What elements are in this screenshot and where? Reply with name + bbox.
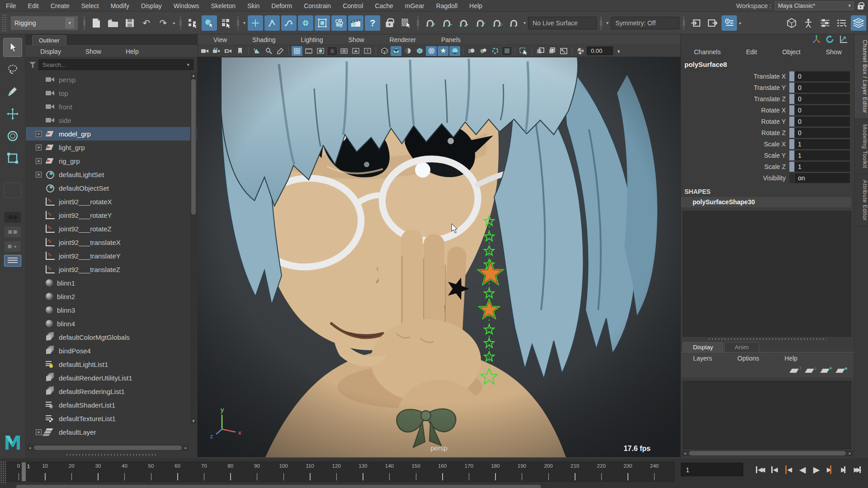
scroll-down-icon[interactable]: ▼: [190, 418, 197, 424]
layer-editor-menu-options[interactable]: Options: [731, 352, 765, 364]
outliner-item-defaultshaderlist1[interactable]: + defaultShaderList1: [26, 398, 197, 412]
bookmark-icon[interactable]: [235, 46, 245, 56]
channel-box-menu-object[interactable]: Object: [776, 46, 806, 58]
snapshot-icon[interactable]: [558, 46, 569, 56]
outliner-item-joint92-translatex[interactable]: + joint92___translateX: [26, 235, 197, 249]
menu-constrain[interactable]: Constrain: [298, 2, 337, 9]
menu-skin[interactable]: Skin: [241, 2, 265, 9]
live-surface-field[interactable]: No Live Surface: [528, 17, 597, 29]
select-tool[interactable]: [3, 38, 22, 57]
lattice-box-button[interactable]: [315, 15, 330, 31]
scrollbar-thumb[interactable]: [34, 446, 182, 450]
grid-toggle-icon[interactable]: [292, 46, 302, 56]
attribute-value-field[interactable]: 1: [795, 139, 850, 149]
textured-mode-icon[interactable]: [414, 46, 425, 56]
new-scene-button[interactable]: [89, 15, 104, 31]
rotate-manipulator-icon[interactable]: [826, 35, 834, 45]
lattice-diamond-button[interactable]: [298, 15, 313, 31]
search-input[interactable]: Search... ▾: [38, 59, 193, 70]
shaded-mode-icon[interactable]: [391, 46, 401, 56]
menu-create[interactable]: Create: [45, 2, 75, 9]
outliner-item-light-grp[interactable]: + light_grp: [26, 141, 197, 154]
layout-single-pane-button[interactable]: [4, 211, 21, 223]
lock-camera-icon[interactable]: [211, 46, 222, 56]
modeling-toolkit-toggle-button[interactable]: [784, 15, 799, 31]
menu-set-select[interactable]: Rigging ▾: [10, 16, 78, 30]
menu-deform[interactable]: Deform: [265, 2, 298, 9]
shape-name[interactable]: polySurfaceShape30: [681, 197, 851, 207]
channel-state-strip[interactable]: [789, 94, 794, 104]
input-connections-button[interactable]: [688, 15, 703, 31]
expand-toggle-icon[interactable]: +: [36, 158, 42, 164]
attribute-value-field[interactable]: 0: [795, 83, 850, 93]
attribute-value-field[interactable]: 0: [795, 105, 850, 115]
side-tab-attribute-editor[interactable]: Attribute Editor: [854, 174, 868, 227]
current-frame-field[interactable]: 1: [681, 463, 743, 476]
curve-tool-button[interactable]: [281, 15, 297, 31]
camera-attributes-icon[interactable]: [223, 46, 234, 56]
gate-mask-icon[interactable]: [327, 46, 338, 56]
snap-to-projected-center-button[interactable]: [472, 15, 488, 31]
depth-of-field-icon[interactable]: [478, 46, 489, 56]
scrollbar-thumb[interactable]: [689, 451, 846, 455]
menu-control[interactable]: Control: [337, 2, 369, 9]
outliner-item-blinn3[interactable]: + blinn3: [26, 303, 197, 317]
channel-state-strip[interactable]: [789, 128, 794, 138]
pan-zoom-icon[interactable]: [263, 46, 274, 56]
menu-windows[interactable]: Windows: [168, 2, 205, 9]
outliner-item-joint92-translatez[interactable]: + joint92___translateZ: [26, 263, 197, 276]
snap-to-curves-button[interactable]: [439, 15, 454, 31]
panel-expand-icon[interactable]: ▸: [739, 20, 741, 25]
outliner-item-joint92-rotatex[interactable]: + joint92___rotateX: [26, 195, 197, 208]
menu-edit[interactable]: Edit: [22, 2, 45, 9]
field-chart-icon[interactable]: [339, 46, 349, 56]
chevron-down-icon[interactable]: ▾: [524, 20, 526, 25]
last-tool-slot[interactable]: [4, 183, 21, 198]
move-layer-down-icon[interactable]: ↓: [806, 367, 816, 374]
create-empty-layer-icon[interactable]: +: [821, 367, 831, 374]
create-layer-from-selected-icon[interactable]: ●: [837, 367, 847, 374]
viewport-menu-show[interactable]: Show: [343, 34, 370, 46]
outliner-menu-display[interactable]: Display: [34, 46, 67, 57]
outliner-item-rig-grp[interactable]: + rig_grp: [26, 154, 197, 168]
outliner-item-blinn1[interactable]: + blinn1: [26, 276, 197, 290]
attribute-value-field[interactable]: 1: [795, 162, 850, 172]
scroll-right-icon[interactable]: ▸: [183, 445, 189, 451]
channel-box-menu-channels[interactable]: Channels: [688, 46, 726, 58]
attribute-value-field[interactable]: 0: [795, 128, 850, 138]
channel-state-strip[interactable]: [789, 117, 794, 127]
resolution-gate-icon[interactable]: [315, 46, 326, 56]
image-plane-icon[interactable]: [251, 46, 262, 56]
channel-state-strip[interactable]: [789, 71, 794, 81]
viewport-menu-panels[interactable]: Panels: [435, 34, 467, 46]
menu-file[interactable]: File: [0, 2, 22, 9]
outliner-item-defaultlightset[interactable]: + defaultLightSet: [26, 168, 197, 181]
attribute-value-field[interactable]: on: [795, 173, 850, 183]
save-scene-button[interactable]: [122, 15, 137, 31]
current-time-marker[interactable]: [22, 462, 26, 482]
workspace-lock-icon[interactable]: [858, 5, 863, 9]
channel-state-strip[interactable]: [789, 139, 794, 149]
make-live-button[interactable]: [506, 15, 521, 31]
layer-editor-menu-layers[interactable]: Layers: [687, 352, 718, 364]
menu-select[interactable]: Select: [75, 2, 105, 9]
symmetry-field[interactable]: Symmetry: Off: [611, 17, 679, 29]
undo-button[interactable]: ↶: [139, 15, 154, 31]
snap-to-grids-button[interactable]: [422, 15, 438, 31]
outliner-item-defaultrenderinglist1[interactable]: + defaultRenderingList1: [26, 385, 197, 398]
outliner-item-blinn4[interactable]: + blinn4: [26, 317, 197, 330]
grease-pencil-icon[interactable]: [275, 46, 286, 56]
help-tool-button[interactable]: ?: [365, 15, 380, 31]
chevron-down-icon[interactable]: ▾: [243, 20, 245, 25]
toolbar-grip[interactable]: [2, 14, 7, 32]
layout-outliner-persp-button[interactable]: [4, 255, 21, 267]
scroll-left-icon[interactable]: ◂: [682, 450, 688, 456]
graph-editor-icon[interactable]: [840, 35, 848, 45]
viewport-menu-shading[interactable]: Shading: [246, 34, 281, 46]
snap-to-points-button[interactable]: [456, 15, 471, 31]
marquee-select-icon[interactable]: [518, 46, 529, 56]
isolate-view-icon[interactable]: [547, 46, 557, 56]
attribute-editor-toggle-button[interactable]: [834, 15, 849, 31]
humanik-toggle-button[interactable]: [801, 15, 816, 31]
menu-skeleton[interactable]: Skeleton: [205, 2, 241, 9]
